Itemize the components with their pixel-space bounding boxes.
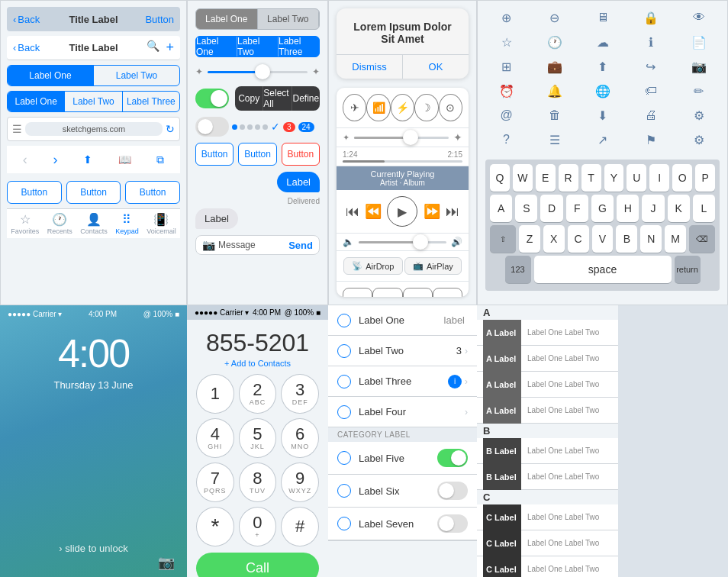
gear-icon[interactable]: ⚙ bbox=[678, 106, 720, 124]
tab-favorites[interactable]: ☆ Favorites bbox=[11, 212, 39, 235]
seg-btn-3-1[interactable]: Label One bbox=[8, 92, 65, 111]
tab-voicemail[interactable]: 📳 Voicemail bbox=[147, 212, 176, 235]
brightness-slider[interactable] bbox=[354, 137, 449, 139]
slide-to-unlock[interactable]: › slide to unlock bbox=[0, 543, 187, 554]
tag-icon[interactable]: 🏷 bbox=[630, 82, 672, 100]
key-l[interactable]: L bbox=[693, 195, 715, 222]
briefcase-icon[interactable]: 💼 bbox=[533, 57, 575, 76]
toggle-on[interactable] bbox=[195, 89, 229, 108]
toc-c-1[interactable]: C Label Label One Label Two bbox=[477, 504, 618, 530]
lock-camera-icon[interactable]: 📷 bbox=[158, 554, 175, 571]
arrow-right-icon[interactable]: ↪ bbox=[630, 57, 672, 76]
menu-icon[interactable]: ☰ bbox=[12, 123, 22, 135]
seg-gray[interactable]: Label One Label Two bbox=[195, 8, 320, 30]
toggle-2[interactable] bbox=[437, 482, 468, 500]
list-toggle-item-2[interactable]: Label Six bbox=[328, 475, 477, 508]
key-123[interactable]: 123 bbox=[505, 256, 531, 283]
dial-8[interactable]: 8TUV bbox=[239, 463, 277, 502]
list-toggle-item-3[interactable]: Label Seven bbox=[328, 508, 477, 540]
toc-b-1[interactable]: B Label Label One Label Two bbox=[477, 438, 618, 464]
flag-icon[interactable]: ⚑ bbox=[630, 131, 672, 149]
at-icon[interactable]: @ bbox=[485, 106, 527, 124]
key-return[interactable]: return bbox=[675, 256, 701, 283]
cloud-icon[interactable]: ☁ bbox=[581, 33, 623, 51]
message-placeholder[interactable]: Message bbox=[218, 240, 288, 250]
seg-btn-3-2[interactable]: Label Two bbox=[65, 92, 122, 111]
radio-7[interactable] bbox=[337, 517, 351, 530]
play-button[interactable]: ▶ bbox=[387, 196, 417, 227]
key-p[interactable]: P bbox=[695, 164, 715, 192]
radio-3[interactable] bbox=[337, 375, 351, 388]
toc-a-2[interactable]: A Label Label One Label Two bbox=[477, 346, 618, 372]
airplane-icon[interactable]: ✈ bbox=[343, 94, 366, 121]
key-q[interactable]: Q bbox=[490, 164, 510, 192]
btn-mid[interactable]: Button bbox=[66, 181, 121, 204]
key-g[interactable]: G bbox=[591, 195, 614, 222]
segmented-3[interactable]: Label One Label Two Label Three bbox=[7, 91, 180, 112]
dial-3[interactable]: 3DEF bbox=[281, 374, 319, 414]
flashlight-button[interactable]: 🔦 bbox=[343, 288, 372, 297]
tabs-icon[interactable]: ⧉ bbox=[156, 153, 164, 166]
key-o[interactable]: O bbox=[672, 164, 692, 192]
radio-2[interactable] bbox=[337, 344, 351, 358]
slider-track-1[interactable] bbox=[208, 71, 308, 73]
dial-7[interactable]: 7PQRS bbox=[196, 463, 234, 502]
rotation-icon[interactable]: ⊙ bbox=[439, 94, 462, 121]
seg-blue-3[interactable]: Label One Label Two Label Three bbox=[195, 36, 320, 57]
back-button-2[interactable]: ‹ Back bbox=[13, 42, 40, 53]
list-icon[interactable]: ☰ bbox=[533, 131, 575, 149]
send-button[interactable]: Send bbox=[288, 240, 313, 251]
toc-a-4[interactable]: A Label Label One Label Two bbox=[477, 398, 618, 424]
dial-hash[interactable]: # bbox=[281, 507, 319, 546]
toc-c-3[interactable]: C Label Label One Label Two bbox=[477, 556, 618, 577]
rewind-button[interactable]: ⏮ bbox=[346, 204, 359, 220]
tab-recents[interactable]: 🕐 Recents bbox=[47, 212, 72, 235]
dial-4[interactable]: 4GHI bbox=[196, 418, 234, 458]
calculator-button[interactable]: 🔢 bbox=[403, 288, 433, 297]
seg-btn-3-3[interactable]: Label Three bbox=[123, 92, 179, 111]
grid-icon[interactable]: ⊞ bbox=[485, 57, 527, 76]
bookmark-icon[interactable]: 📖 bbox=[118, 153, 131, 166]
key-m[interactable]: M bbox=[665, 225, 686, 253]
key-c[interactable]: C bbox=[568, 225, 589, 253]
list-item-4[interactable]: Label Four › bbox=[328, 397, 477, 427]
plus-circle-icon[interactable]: ⊕ bbox=[485, 8, 527, 27]
seg-btn-1[interactable]: Label One bbox=[8, 66, 94, 85]
camera-icon-2[interactable]: 📷 bbox=[678, 57, 720, 76]
tab-contacts[interactable]: 👤 Contacts bbox=[80, 212, 108, 235]
share-icon-2[interactable]: ↗ bbox=[581, 131, 623, 149]
info-icon[interactable]: ℹ bbox=[630, 33, 672, 51]
refresh-icon[interactable]: ↻ bbox=[166, 123, 175, 135]
dial-2[interactable]: 2ABC bbox=[239, 374, 277, 414]
back-button-1[interactable]: ‹ Back bbox=[13, 14, 40, 25]
dial-5[interactable]: 5JKL bbox=[239, 418, 277, 458]
doc-icon[interactable]: 📄 bbox=[678, 33, 720, 51]
key-u[interactable]: U bbox=[627, 164, 646, 192]
bluetooth-icon[interactable]: ⚡ bbox=[391, 94, 414, 121]
ctrl-btn-3[interactable]: Button bbox=[282, 143, 320, 166]
progress-track[interactable] bbox=[343, 160, 462, 163]
minus-circle-icon[interactable]: ⊖ bbox=[533, 8, 575, 27]
seg-gray-2[interactable]: Label Two bbox=[258, 9, 320, 29]
key-delete[interactable]: ⌫ bbox=[689, 225, 715, 253]
prev-button[interactable]: ⏪ bbox=[365, 203, 382, 220]
btn-left[interactable]: Button bbox=[7, 181, 62, 204]
key-r[interactable]: R bbox=[559, 164, 578, 192]
dial-0[interactable]: 0+ bbox=[239, 507, 277, 546]
lock-icon[interactable]: 🔒 bbox=[630, 8, 672, 27]
seg-blue-3-3[interactable]: Label Three bbox=[279, 37, 319, 56]
key-h[interactable]: H bbox=[617, 195, 639, 222]
download-icon[interactable]: ⬇ bbox=[581, 106, 623, 124]
clock-icon-2[interactable]: ⏰ bbox=[485, 82, 527, 100]
seg-blue-3-2[interactable]: Label Two bbox=[237, 37, 279, 56]
seg-blue-3-1[interactable]: Label One bbox=[196, 37, 237, 56]
ctx-select-all[interactable]: Select All bbox=[263, 86, 292, 111]
list-item-3[interactable]: Label Three i › bbox=[328, 366, 477, 397]
info-badge[interactable]: i bbox=[448, 375, 462, 388]
key-shift[interactable]: ⇧ bbox=[490, 225, 516, 253]
ctx-copy[interactable]: Copy bbox=[235, 86, 263, 111]
ctrl-btn-2[interactable]: Button bbox=[238, 143, 276, 166]
toggle-3[interactable] bbox=[437, 514, 468, 533]
volume-slider[interactable] bbox=[359, 241, 446, 243]
dial-9[interactable]: 9WXYZ bbox=[281, 463, 319, 502]
